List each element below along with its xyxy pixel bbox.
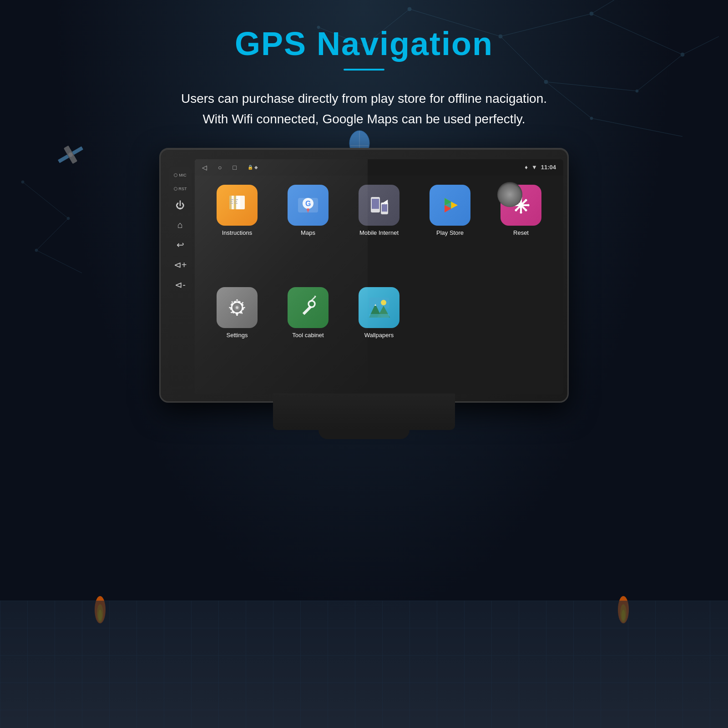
settings-label: Settings [227,332,248,339]
status-icons: 🔒 ◆ [248,165,258,170]
svg-rect-51 [234,199,238,200]
rst-label: RST [174,187,187,191]
svg-point-81 [236,306,238,309]
svg-point-74 [525,209,527,211]
app-instructions[interactable]: Instructions [204,185,270,236]
svg-rect-46 [229,196,232,209]
svg-rect-50 [230,203,233,204]
subtitle-text: Users can purchase directly from play st… [181,89,547,130]
home-screen: Instructions G [195,176,563,394]
app-wallpapers[interactable]: Wallpapers [346,287,412,339]
svg-point-82 [308,301,315,307]
svg-rect-91 [369,314,389,318]
app-settings[interactable]: Settings [204,287,270,339]
nav-back-btn[interactable]: ◁ [202,164,207,171]
subtitle-line1: Users can purchase directly from play st… [181,91,547,106]
status-right: ♦ ▼ 11:04 [525,164,556,171]
svg-point-72 [527,204,530,206]
device-frame: MIC RST ⏻ ⌂ ↩ ⊲+ ⊲- [159,148,569,403]
svg-rect-62 [382,204,387,212]
nav-buttons: ◁ ○ □ 🔒 ◆ [202,164,258,171]
page-title: GPS Navigation [181,25,547,62]
wifi-icon: ▼ [531,164,537,171]
app-tool-cabinet[interactable]: Tool cabinet [275,287,341,339]
vol-down-button[interactable]: ⊲- [175,279,186,290]
svg-point-68 [519,203,523,207]
svg-rect-48 [230,199,233,200]
title-underline [344,69,384,71]
rst-dot [174,187,177,191]
svg-text:G: G [305,200,311,207]
instructions-icon [217,185,258,226]
svg-rect-60 [372,199,379,209]
mic-label: MIC [174,173,187,177]
subtitle-line2: With Wifi connected, Google Maps can be … [202,112,525,126]
wallpapers-icon [359,287,399,328]
maps-icon: G [288,185,329,226]
screen: ◁ ○ □ 🔒 ◆ ♦ ▼ 11:04 [195,159,563,394]
svg-point-75 [525,199,527,201]
status-bar: ◁ ○ □ 🔒 ◆ ♦ ▼ 11:04 [195,159,563,176]
power-button[interactable]: ⏻ [176,200,185,211]
mobile-icon [359,185,399,226]
tool-cabinet-label: Tool cabinet [292,332,324,339]
play-store-label: Play Store [436,229,464,236]
mic-dot [174,173,177,177]
vol-up-button[interactable]: ⊲+ [174,259,187,270]
maps-label: Maps [301,229,315,236]
nav-recent-btn[interactable]: □ [233,164,236,171]
device-wrapper: MIC RST ⏻ ⌂ ↩ ⊲+ ⊲- [159,148,569,430]
settings-icon [217,287,258,328]
title-section: GPS Navigation Users can purchase direct… [181,25,547,130]
location-icon: ♦ [525,164,528,171]
instructions-label: Instructions [222,229,252,236]
svg-rect-47 [234,196,236,209]
wallpapers-label: Wallpapers [364,332,394,339]
app-mobile-internet[interactable]: Mobile Internet [346,185,412,236]
tool-cabinet-icon [288,287,329,328]
app-play-store[interactable]: Play Store [417,185,483,236]
svg-rect-53 [234,203,238,204]
svg-point-76 [515,209,517,211]
app-maps[interactable]: G Maps [275,185,341,236]
svg-rect-49 [230,201,233,202]
svg-point-87 [381,300,386,305]
reset-label: Reset [513,229,529,236]
back-button[interactable]: ↩ [177,239,184,250]
svg-rect-52 [234,201,237,202]
play-store-icon [430,185,470,226]
nav-home-btn[interactable]: ○ [218,164,222,171]
mobile-internet-label: Mobile Internet [359,229,399,236]
device-mount [273,394,455,430]
home-button[interactable]: ⌂ [177,220,183,230]
svg-point-70 [520,211,522,213]
page-content: GPS Navigation Users can purchase direct… [0,0,728,728]
side-controls: MIC RST ⏻ ⌂ ↩ ⊲+ ⊲- [169,167,192,386]
camera-circle [497,182,522,207]
clock-display: 11:04 [541,164,556,171]
